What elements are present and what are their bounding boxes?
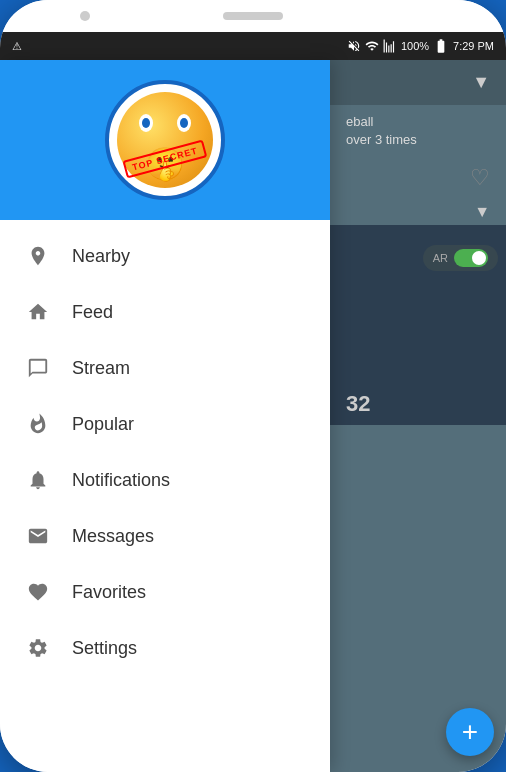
phone-speaker (223, 12, 283, 20)
sidebar-item-settings[interactable]: Settings (0, 620, 330, 676)
heart-icon (24, 578, 52, 606)
status-bar: ⚠ 100% 7:29 PM (0, 32, 506, 60)
sidebar-item-messages[interactable]: Messages (0, 508, 330, 564)
pupil-left (142, 118, 150, 128)
main-content: 🤫 TOP SECRET Nearby (0, 60, 506, 772)
right-section-chevron: ▼ (330, 199, 506, 225)
ar-badge: AR (423, 245, 498, 271)
phone-top-bar (0, 0, 506, 32)
feed-label: Feed (72, 302, 113, 323)
chat-icon (24, 354, 52, 382)
sidebar-item-nearby[interactable]: Nearby (0, 228, 330, 284)
mail-icon (24, 522, 52, 550)
fire-icon (24, 410, 52, 438)
sidebar-item-favorites[interactable]: Favorites (0, 564, 330, 620)
time-display: 7:29 PM (453, 40, 494, 52)
ar-toggle[interactable] (454, 249, 488, 267)
right-panel: ▼ eball over 3 times ♡ ▼ AR 32 (330, 60, 506, 772)
emoji-avatar: 🤫 TOP SECRET (117, 92, 213, 188)
emoji-eye-right (177, 114, 191, 132)
gear-icon (24, 634, 52, 662)
location-icon (24, 242, 52, 270)
warning-icon: ⚠ (12, 40, 22, 53)
chevron-down-icon: ▼ (472, 72, 490, 93)
fab-button[interactable]: + (446, 708, 494, 756)
drawer: 🤫 TOP SECRET Nearby (0, 60, 330, 772)
home-icon (24, 298, 52, 326)
mute-icon (347, 39, 361, 53)
right-panel-like: ♡ (330, 157, 506, 199)
phone-frame: ⚠ 100% 7:29 PM (0, 0, 506, 772)
sidebar-item-stream[interactable]: Stream (0, 340, 330, 396)
avatar-circle: 🤫 TOP SECRET (105, 80, 225, 200)
signal-icon (383, 39, 397, 53)
right-panel-top: ▼ (330, 60, 506, 105)
sidebar-item-popular[interactable]: Popular (0, 396, 330, 452)
nearby-label: Nearby (72, 246, 130, 267)
sidebar-item-notifications[interactable]: Notifications (0, 452, 330, 508)
right-panel-text: eball over 3 times (330, 105, 506, 157)
partial-text-2: over 3 times (346, 132, 417, 147)
sidebar-item-feed[interactable]: Feed (0, 284, 330, 340)
stream-label: Stream (72, 358, 130, 379)
battery-icon (433, 38, 449, 54)
settings-label: Settings (72, 638, 137, 659)
right-dark-section: AR 32 (330, 225, 506, 425)
wifi-icon (365, 39, 379, 53)
right-panel-number: 32 (330, 383, 386, 425)
fab-plus-icon: + (462, 716, 478, 748)
favorites-label: Favorites (72, 582, 146, 603)
chevron-down-icon-2: ▼ (474, 203, 490, 221)
messages-label: Messages (72, 526, 154, 547)
ar-label: AR (433, 252, 448, 264)
notifications-label: Notifications (72, 470, 170, 491)
status-left: ⚠ (12, 40, 22, 53)
ar-toggle-knob (472, 251, 486, 265)
drawer-nav: Nearby Feed Stream (0, 220, 330, 772)
drawer-header: 🤫 TOP SECRET (0, 60, 330, 220)
bell-icon (24, 466, 52, 494)
emoji-eye-left (139, 114, 153, 132)
like-heart-icon: ♡ (470, 165, 490, 191)
status-right: 100% 7:29 PM (347, 38, 494, 54)
phone-camera (80, 11, 90, 21)
battery-pct: 100% (401, 40, 429, 52)
popular-label: Popular (72, 414, 134, 435)
pupil-right (180, 118, 188, 128)
partial-text-1: eball (346, 114, 373, 129)
